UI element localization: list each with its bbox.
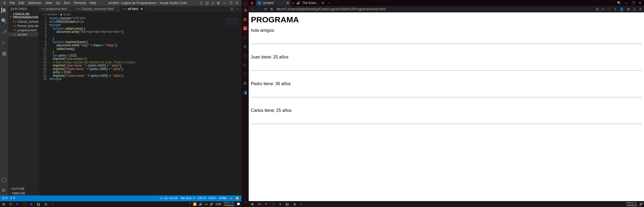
menu-terminal[interactable]: Terminal <box>72 1 87 5</box>
app-icon[interactable]: ‖‖ <box>36 202 41 206</box>
sidebar-app-icon[interactable]: ⚙ <box>243 81 247 85</box>
tray-chevron-icon[interactable]: ^ <box>189 202 191 206</box>
search-tabs-icon[interactable]: 🔍 <box>617 1 621 5</box>
download-icon[interactable]: ⭳ <box>633 7 636 11</box>
run-debug-icon[interactable]: ▷ <box>2 40 6 46</box>
code-content[interactable]: <meta charset="UTF-8"> <h1>PROGRAMA</h1>… <box>49 17 241 195</box>
profile-icon[interactable]: 👤 <box>620 7 624 11</box>
menu-file[interactable]: File <box>8 1 16 5</box>
maximize-button[interactable]: ❐ <box>632 1 635 5</box>
new-tab-button[interactable]: + <box>326 0 332 6</box>
tray-icon[interactable]: ▭ <box>205 202 207 206</box>
close-tab-icon[interactable]: ✕ <box>321 1 324 5</box>
menu-go[interactable]: Go <box>54 1 62 5</box>
breadcrumb[interactable]: <> xd.html › ◆ script <box>39 12 241 17</box>
sidebar-more-icon[interactable]: ⋯ <box>243 200 247 207</box>
file-item[interactable]: <>xd.html <box>8 32 39 37</box>
vscode-taskbar-icon[interactable]: ◨ <box>43 202 48 206</box>
tab-size[interactable]: Tab Size: 4 <box>180 196 195 200</box>
search-icon[interactable]: 🔍 <box>1 18 7 24</box>
browser-tab[interactable]: 🌐 xd.html ✕ <box>256 0 291 6</box>
file-item[interactable]: <>Calculo_consumo.html <box>8 19 39 24</box>
cursor-position[interactable]: Ln 19, Col 10 <box>160 196 177 200</box>
file-explorer-icon[interactable]: 🗀 <box>8 202 13 206</box>
menu-help[interactable]: Help <box>88 1 98 5</box>
tray-icon[interactable]: 🔗 <box>639 202 643 206</box>
app-icon[interactable]: ‖‖ <box>285 202 290 206</box>
tray-icon[interactable]: 🔗 <box>210 202 213 206</box>
start-button[interactable]: ⊞ <box>250 202 255 206</box>
app-icon[interactable]: ⬥ <box>50 202 55 206</box>
layout-icon[interactable]: ⊞ <box>217 1 220 5</box>
minimize-button[interactable]: — <box>223 1 226 5</box>
warnings-indicator[interactable]: ⚠ 0 <box>10 196 15 200</box>
errors-indicator[interactable]: ⓧ 0 <box>2 196 8 200</box>
forward-button[interactable]: → <box>258 7 261 11</box>
minimize-button[interactable]: — <box>625 1 628 5</box>
eol[interactable]: CRLF <box>209 196 216 200</box>
page-security-icon[interactable]: 🗎 <box>270 7 273 11</box>
timeline-panel[interactable]: ›TIMELINE <box>8 191 39 195</box>
split-editor-icon[interactable]: ◫ <box>230 7 233 11</box>
code-editor[interactable]: 1 2 3 4 5 6 7 8 9 10 11 12 13 14 15 16 1… <box>39 17 241 195</box>
app-icon[interactable]: ⬥ <box>299 202 304 206</box>
sidebar-app-icon[interactable]: ◯ <box>243 54 247 58</box>
clock[interactable]: 2:54 p. m.7/04/2023 <box>224 201 234 207</box>
explorer-more-icon[interactable]: ⋯ <box>33 7 36 11</box>
maximize-button[interactable]: ❐ <box>229 1 232 5</box>
settings-gear-icon[interactable]: ⚙ <box>1 187 7 193</box>
toolbar-icon[interactable]: ✦ <box>614 7 617 11</box>
vscode-taskbar-icon[interactable]: ◨ <box>292 202 297 206</box>
bookmark-icon[interactable]: ♡ <box>608 7 611 11</box>
layout-icon[interactable]: ▯ <box>200 1 202 5</box>
language-mode[interactable]: HTML <box>219 196 227 200</box>
premiere-icon[interactable]: Pr <box>264 202 269 206</box>
volume-icon[interactable]: 🔊 <box>199 202 203 206</box>
encoding[interactable]: UTF-8 <box>198 196 206 200</box>
more-actions-icon[interactable]: ⋯ <box>236 7 239 11</box>
easy-setup-icon[interactable]: ≡ <box>639 7 641 11</box>
whatsapp-icon[interactable]: ✆ <box>243 45 247 49</box>
sidebar-app-icon[interactable]: ▷ <box>243 63 247 67</box>
toolbar-icon[interactable]: ◳ <box>596 7 599 11</box>
editor-tab[interactable]: <>Calculo_consumo.html <box>73 6 120 12</box>
sidebar-app-icon[interactable]: ◑ <box>243 8 247 12</box>
back-button[interactable]: ← <box>251 7 255 11</box>
reload-button[interactable]: ⟳ <box>264 7 267 11</box>
opera-icon[interactable]: ◯ <box>22 202 27 206</box>
toolbar-icon[interactable]: ⊕ <box>627 7 630 11</box>
notification-center-icon[interactable]: 💬 <box>237 202 240 206</box>
premiere-icon[interactable]: Pr <box>15 202 20 206</box>
source-control-icon[interactable]: ⎇ <box>1 29 7 35</box>
close-button[interactable]: ✕ <box>639 1 641 5</box>
close-button[interactable]: ✕ <box>236 1 238 5</box>
sidebar-app-icon[interactable]: ♡ <box>243 72 247 76</box>
opera-logo-icon[interactable]: ◯ <box>243 2 247 5</box>
layout-icon[interactable]: ◫ <box>206 1 209 5</box>
start-button[interactable]: ⊞ <box>1 202 6 206</box>
wifi-icon[interactable]: 📶 <box>193 202 197 206</box>
extensions-icon[interactable]: ▦ <box>2 50 6 56</box>
project-folder[interactable]: ⌄ LOGICA DE PROGRAMACION <box>8 12 39 19</box>
sidebar-app-icon[interactable]: ⌂ <box>243 26 247 30</box>
file-item[interactable]: <>Primer_texto.html <box>8 24 39 28</box>
toolbar-icon[interactable]: ▷ <box>602 7 604 11</box>
menu-run[interactable]: Run <box>62 1 71 5</box>
account-icon[interactable]: ◯ <box>1 177 7 182</box>
opera-icon[interactable]: ◯ <box>271 202 276 206</box>
editor-tab[interactable]: <>xd.html✕ <box>120 6 145 12</box>
explorer-icon[interactable]: 🗎 <box>1 8 7 13</box>
discord-icon[interactable]: ☻ <box>29 202 34 206</box>
address-bar[interactable]: file:///C:/Users/Skybl/Desktop/Code/Logi… <box>277 7 593 11</box>
outline-panel[interactable]: ›OUTLINE <box>8 186 39 191</box>
menu-edit[interactable]: Edit <box>17 1 26 5</box>
file-explorer-icon[interactable]: 🗀 <box>257 202 262 206</box>
language-indicator[interactable]: ESP <box>216 202 221 206</box>
file-item[interactable]: <>programa.html <box>8 28 39 32</box>
close-tab-icon[interactable]: ✕ <box>140 7 143 11</box>
browser-tab[interactable]: ▶ 🔊 The Eminence in Shad ✕ <box>291 0 326 6</box>
discord-icon[interactable]: ☻ <box>278 202 283 206</box>
workspace-icon[interactable]: ◧ <box>249 0 256 6</box>
sidebar-app-icon[interactable]: ◨ <box>243 91 247 94</box>
layout-icon[interactable]: ▯ <box>212 1 214 5</box>
